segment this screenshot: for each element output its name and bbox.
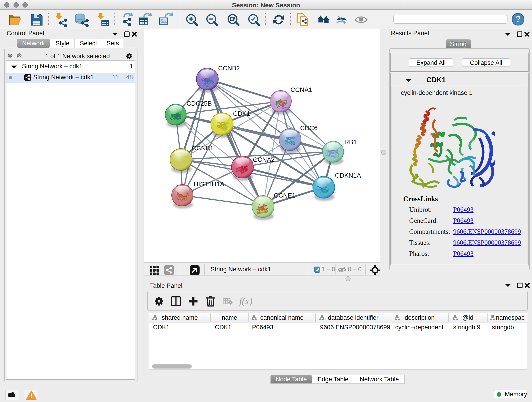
svg-text:CCNA1: CCNA1 bbox=[291, 86, 312, 93]
svg-text:HIST1H1A: HIST1H1A bbox=[194, 181, 224, 188]
svg-text:CCNB1: CCNB1 bbox=[192, 145, 214, 152]
svg-text:CDK1: CDK1 bbox=[233, 110, 250, 117]
svg-text:f(x): f(x) bbox=[239, 296, 253, 307]
svg-text:CCNE1: CCNE1 bbox=[274, 192, 296, 199]
svg-text:?: ? bbox=[515, 14, 520, 24]
svg-text:CCNB2: CCNB2 bbox=[218, 65, 240, 72]
svg-text:CCNA2: CCNA2 bbox=[253, 156, 275, 163]
svg-text:RB1: RB1 bbox=[344, 138, 357, 146]
svg-text:CDC25B: CDC25B bbox=[186, 100, 212, 107]
svg-text:CDKN1A: CDKN1A bbox=[335, 172, 361, 179]
svg-text:CDC6: CDC6 bbox=[300, 124, 317, 132]
